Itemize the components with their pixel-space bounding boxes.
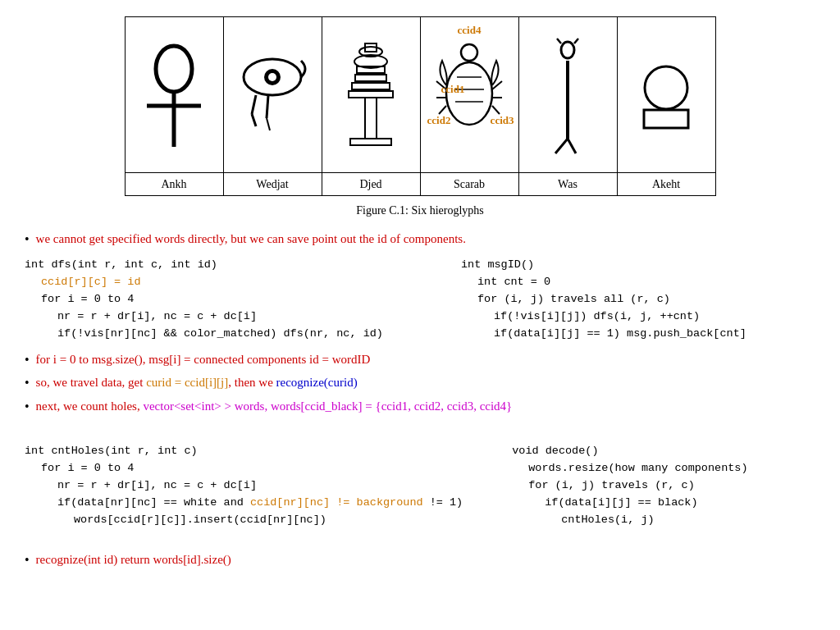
code-line: ccid[r][c] = id bbox=[41, 274, 412, 291]
svg-line-36 bbox=[574, 39, 578, 43]
hieroglyph-table: ccid4 ccid1 ccid2 ccid3 bbox=[125, 16, 716, 196]
svg-line-23 bbox=[439, 106, 446, 114]
glyph-cell-was bbox=[518, 17, 617, 173]
ccid4-label: ccid4 bbox=[458, 24, 482, 37]
wedjat-svg bbox=[235, 32, 309, 155]
bullet-item-4: • next, we count holes, vector<set<int> … bbox=[25, 398, 815, 416]
code-line: void decode() bbox=[512, 443, 815, 460]
code-line: if(data[i][j] == 1) msg.push_back[cnt] bbox=[494, 326, 815, 343]
code-line: int msgID() bbox=[461, 257, 815, 274]
code-line: if(!vis[nr][nc] && color_matched) dfs(nr… bbox=[57, 326, 412, 343]
svg-point-19 bbox=[461, 44, 477, 61]
label-akeht: Akeht bbox=[617, 173, 715, 196]
bullet-text-1: we cannot get specified words directly, … bbox=[36, 231, 466, 248]
bullet-dot-4: • bbox=[25, 398, 30, 416]
svg-line-8 bbox=[267, 95, 268, 118]
bullet-3-orange: curid = ccid[i][j] bbox=[146, 376, 228, 389]
bullet-4-magenta: vector<set<int> > words, words[ccid_blac… bbox=[143, 399, 512, 413]
code-line: int dfs(int r, int c, int id) bbox=[25, 257, 412, 274]
code-line: int cnt = 0 bbox=[477, 274, 815, 291]
label-ankh: Ankh bbox=[125, 173, 223, 196]
code-line: if(data[nr][nc] == white and ccid[nr][nc… bbox=[57, 495, 463, 512]
glyph-row: ccid4 ccid1 ccid2 ccid3 bbox=[125, 17, 715, 173]
svg-line-35 bbox=[557, 39, 561, 43]
bullet-3-red: so, we travel data, get bbox=[36, 376, 147, 389]
bullet-text-4: next, we count holes, vector<set<int> > … bbox=[36, 398, 513, 415]
code-line: for (i, j) travels (r, c) bbox=[528, 477, 815, 495]
svg-point-0 bbox=[156, 46, 192, 92]
glyph-label-row: Ankh Wedjat Djed Scarab Was Akeht bbox=[125, 173, 715, 196]
code-line: nr = r + dr[i], nc = c + dc[i] bbox=[57, 477, 463, 495]
code-line: if(data[i][j] == black) bbox=[545, 495, 815, 512]
glyph-cell-scarab: ccid4 ccid1 ccid2 ccid3 bbox=[420, 17, 518, 173]
code-right-2: void decode() words.resize(how many comp… bbox=[463, 443, 815, 529]
code-left-1: int dfs(int r, int c, int id) ccid[r][c]… bbox=[25, 257, 412, 343]
figure-caption: Figure C.1: Six hieroglyphs bbox=[356, 204, 484, 217]
svg-line-33 bbox=[568, 139, 576, 153]
svg-rect-10 bbox=[350, 139, 391, 145]
bullet-4-red: next, we count holes, bbox=[36, 399, 144, 413]
ankh-svg bbox=[137, 32, 211, 155]
bullet-item-5: • recognize(int id) return words[id].siz… bbox=[25, 551, 815, 569]
svg-rect-13 bbox=[352, 83, 390, 89]
label-djed: Djed bbox=[322, 173, 420, 196]
bullet-text-5: recognize(int id) return words[id].size(… bbox=[36, 551, 231, 568]
code-section-1: int dfs(int r, int c, int id) ccid[r][c]… bbox=[25, 257, 815, 343]
bullet-text-3: so, we travel data, get curid = ccid[i][… bbox=[36, 374, 358, 391]
glyph-cell-ankh bbox=[125, 17, 223, 173]
svg-line-26 bbox=[492, 106, 500, 114]
bullet-3-red2: , then we bbox=[228, 376, 276, 389]
svg-line-6 bbox=[252, 95, 256, 114]
ccid1-label: ccid1 bbox=[441, 83, 465, 96]
bullet-item-3: • so, we travel data, get curid = ccid[i… bbox=[25, 374, 815, 392]
page-content: ccid4 ccid1 ccid2 ccid3 bbox=[25, 16, 815, 569]
bullet-item-2: • for i = 0 to msg.size(), msg[i] = conn… bbox=[25, 351, 815, 369]
content-area: • we cannot get specified words directly… bbox=[25, 231, 815, 569]
ccid2-label: ccid2 bbox=[427, 114, 451, 127]
label-was: Was bbox=[518, 173, 617, 196]
bullet-dot-2: • bbox=[25, 351, 30, 369]
djed-svg bbox=[334, 32, 408, 155]
label-scarab: Scarab bbox=[420, 173, 518, 196]
svg-point-38 bbox=[645, 66, 687, 109]
bullet-dot-3: • bbox=[25, 374, 30, 392]
glyph-cell-akeht bbox=[617, 17, 715, 173]
svg-rect-37 bbox=[644, 110, 688, 128]
code-line: int cntHoles(int r, int c) bbox=[25, 443, 463, 460]
akeht-svg bbox=[629, 32, 703, 155]
code-line: words[ccid[r][c]].insert(ccid[nr][nc]) bbox=[74, 512, 463, 529]
glyph-cell-djed bbox=[322, 17, 420, 173]
code-line: for i = 0 to 4 bbox=[41, 291, 412, 308]
svg-rect-12 bbox=[349, 91, 393, 98]
figure-container: ccid4 ccid1 ccid2 ccid3 bbox=[25, 16, 815, 217]
bullet-text-2: for i = 0 to msg.size(), msg[i] = connec… bbox=[36, 351, 371, 368]
code-line: for (i, j) travels all (r, c) bbox=[477, 291, 815, 308]
code-line: nr = r + dr[i], nc = c + dc[i] bbox=[57, 308, 412, 326]
label-wedjat: Wedjat bbox=[223, 173, 322, 196]
code-line: if(!vis[i][j]) dfs(i, j, ++cnt) bbox=[494, 308, 815, 326]
svg-line-32 bbox=[555, 139, 568, 153]
code-line: for i = 0 to 4 bbox=[41, 460, 463, 477]
was-svg bbox=[531, 32, 605, 155]
code-line: cntHoles(i, j) bbox=[561, 512, 815, 529]
ccid3-label: ccid3 bbox=[491, 114, 514, 127]
glyph-cell-wedjat bbox=[223, 17, 322, 173]
svg-line-9 bbox=[267, 118, 270, 130]
svg-rect-11 bbox=[365, 98, 377, 139]
bullet-dot-1: • bbox=[25, 231, 30, 249]
bullet-item-1: • we cannot get specified words directly… bbox=[25, 231, 815, 249]
code-line: words.resize(how many components) bbox=[528, 460, 815, 477]
code-right-1: int msgID() int cnt = 0 for (i, j) trave… bbox=[412, 257, 815, 343]
svg-point-5 bbox=[268, 73, 276, 81]
bullet-3-blue: recognize(curid) bbox=[276, 376, 358, 389]
code-section-2: int cntHoles(int r, int c) for i = 0 to … bbox=[25, 443, 815, 529]
svg-line-7 bbox=[252, 114, 256, 126]
svg-point-34 bbox=[561, 42, 574, 58]
svg-rect-14 bbox=[355, 75, 386, 81]
code-left-2: int cntHoles(int r, int c) for i = 0 to … bbox=[25, 443, 463, 529]
bullet-dot-5: • bbox=[25, 551, 30, 569]
